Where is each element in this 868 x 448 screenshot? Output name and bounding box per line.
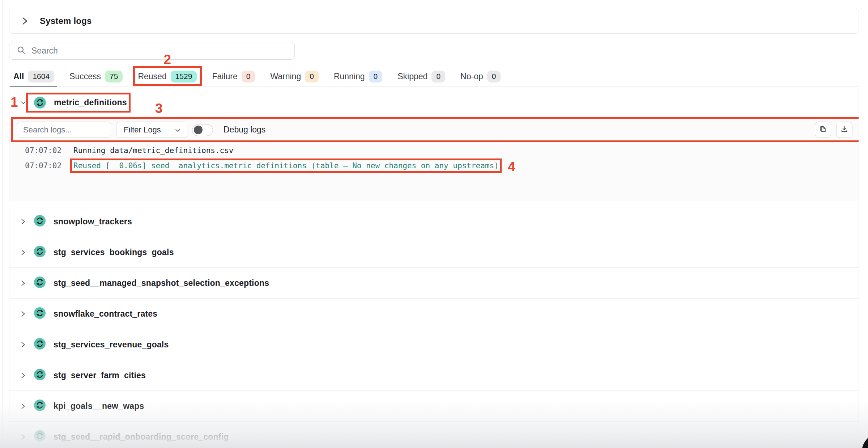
tab-success-count: 75 [105,71,123,82]
toggle-knob [194,126,203,134]
log-message: Running data/metric_definitions.csv [73,146,234,155]
run-row[interactable]: stg_server_farm_cities [9,360,859,391]
tab-all-count: 1604 [28,71,54,82]
log-search-box[interactable] [17,122,111,138]
chevron-right-icon[interactable] [20,372,34,379]
run-name: stg_services_revenue_goals [54,340,169,350]
log-message-reused: Reused [ 0.06s] seed analytics.metric_de… [73,161,499,170]
log-panel: Filter Logs 3 Debug logs [9,118,859,201]
run-results-list: metric_definitions 1 Filter Logs [9,87,859,448]
search-input[interactable] [31,46,289,56]
run-row[interactable]: kpi_goals__new_waps [9,391,859,422]
reused-sync-icon [34,430,46,443]
annotation-number-2: 2 [164,52,171,67]
chevron-right-icon[interactable] [20,218,34,225]
chevron-right-icon[interactable] [21,16,28,26]
run-row[interactable]: stg_seed__managed_snapshot_selection_exc… [9,268,859,299]
reused-sync-icon [34,369,46,382]
annotation-number-3: 3 [155,101,163,116]
tab-skipped[interactable]: Skipped 0 [397,67,445,86]
page-title: System logs [40,16,92,26]
run-row[interactable]: snowplow_trackers [9,206,859,237]
debug-logs-toggle[interactable] [192,124,213,136]
reused-sync-icon [34,276,46,289]
tab-noop[interactable]: No-op 0 [460,67,501,86]
download-logs-button[interactable] [836,122,852,138]
run-name: stg_seed__managed_snapshot_selection_exc… [54,278,269,288]
tab-noop-count: 0 [487,71,501,82]
status-tabs: All 1604 Success 75 Reused 1529 2 Failur… [9,67,859,87]
chevron-right-icon[interactable] [20,341,34,348]
log-toolbar: Filter Logs 3 Debug logs [9,122,859,139]
copy-logs-button[interactable] [815,122,831,138]
annotation-number-1: 1 [10,95,18,110]
run-name: snowplow_trackers [54,217,132,227]
tab-reused[interactable]: Reused 1529 2 [138,67,197,86]
tab-reused-count: 1529 [171,71,197,82]
run-name: metric_definitions [54,98,127,107]
search-icon [17,46,26,56]
run-name: kpi_goals__new_waps [54,401,144,411]
run-row[interactable]: stg_services_bookings_goals [9,237,859,268]
run-name: stg_services_bookings_goals [54,248,174,257]
chevron-right-icon[interactable] [20,310,34,317]
tab-warning[interactable]: Warning 0 [270,67,318,86]
run-row[interactable]: stg_services_revenue_goals [9,329,859,360]
chevron-right-icon[interactable] [20,249,34,256]
run-row-metric-definitions[interactable]: metric_definitions 1 [9,87,859,118]
log-line: 07:07:02 Reused [ 0.06s] seed analytics.… [9,158,859,173]
run-row[interactable]: snowflake_contract_rates [9,299,859,329]
debug-logs-label: Debug logs [224,125,265,135]
chevron-right-icon[interactable] [20,280,34,287]
annotation-number-4: 4 [508,159,515,174]
tab-all[interactable]: All 1604 [13,67,54,86]
chevron-right-icon[interactable] [20,434,34,440]
tab-skipped-count: 0 [431,71,445,82]
run-name: stg_seed__rapid_onboarding_score_config [54,432,229,442]
log-timestamp: 07:07:02 [25,146,61,155]
log-timestamp: 07:07:02 [25,161,61,170]
filter-logs-dropdown[interactable]: Filter Logs [116,122,187,138]
left-edge-divider [3,0,3,448]
download-icon [840,125,848,135]
chevron-down-icon[interactable] [20,100,34,106]
copy-icon [819,125,827,135]
reused-sync-icon [34,338,46,351]
reused-sync-icon [34,97,46,109]
tab-running[interactable]: Running 0 [334,67,382,86]
reused-sync-icon [34,246,46,259]
tab-warning-count: 0 [305,71,319,82]
chevron-down-icon [175,125,180,135]
system-logs-header[interactable]: System logs [9,8,859,34]
reused-sync-icon [34,307,46,320]
log-output: 07:07:02 Running data/metric_definitions… [9,143,859,173]
search-box[interactable] [9,42,295,60]
run-row[interactable]: stg_seed__rapid_onboarding_score_config [9,422,859,448]
filter-logs-label: Filter Logs [124,125,161,135]
reused-sync-icon [34,215,46,228]
tab-running-count: 0 [369,71,383,82]
tab-failure-count: 0 [242,71,255,82]
system-logs-page: System logs All 1604 Success 75 Reused 1… [0,0,868,448]
reused-sync-icon [34,400,46,413]
run-name: stg_server_farm_cities [54,371,146,380]
tab-failure[interactable]: Failure 0 [212,67,255,86]
tab-success[interactable]: Success 75 [69,67,123,86]
run-name: snowflake_contract_rates [54,309,157,319]
log-line: 07:07:02 Running data/metric_definitions… [9,143,859,158]
mouse-cursor [860,438,868,448]
chevron-right-icon[interactable] [20,403,34,410]
log-search-input[interactable] [23,125,105,135]
